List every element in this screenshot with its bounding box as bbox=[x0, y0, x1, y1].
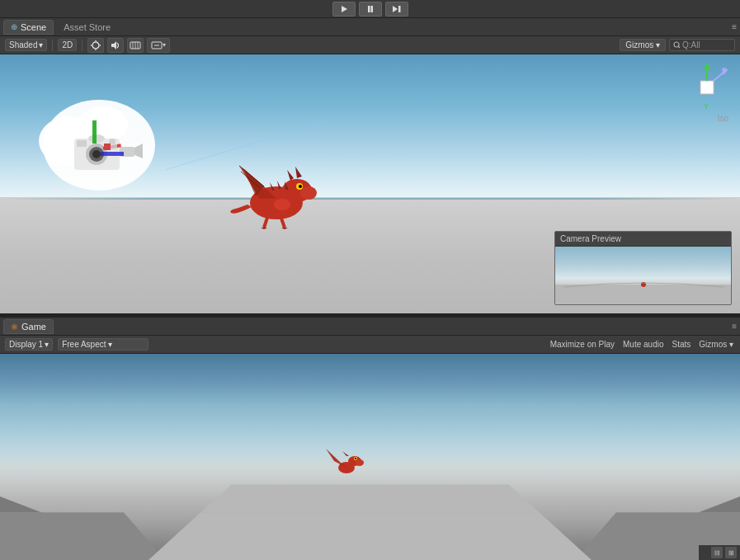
dragon-character bbox=[223, 153, 330, 236]
asset-store-tab-label: Asset Store bbox=[64, 22, 111, 32]
svg-line-18 bbox=[678, 46, 680, 48]
svg-marker-3 bbox=[393, 6, 398, 12]
game-panel: ◉ Game ≡ Display 1 ▾ Free Aspect ▾ Maxim… bbox=[0, 318, 740, 560]
gizmos-label: Gizmos bbox=[625, 40, 653, 49]
svg-marker-59 bbox=[704, 63, 710, 69]
svg-marker-77 bbox=[342, 451, 349, 456]
axes-gizmo: Y Z bbox=[682, 63, 732, 112]
camera-preview-title: Camera Preview bbox=[560, 234, 621, 243]
iso-text: Iso bbox=[718, 114, 728, 123]
scene-search[interactable]: Q:All bbox=[669, 39, 735, 51]
svg-marker-66 bbox=[0, 512, 165, 560]
main-container: ⊕ Scene Asset Store ≡ Shaded ▾ 2D bbox=[0, 18, 740, 560]
gizmos-arrow: ▾ bbox=[656, 40, 660, 49]
bottom-icon-2[interactable]: ⊞ bbox=[725, 547, 737, 558]
pause-button[interactable] bbox=[359, 2, 382, 16]
iso-label: Iso bbox=[718, 114, 728, 123]
game-toolbar-right: Maximize on Play Mute audio Stats Gizmos… bbox=[549, 339, 735, 350]
game-tab-label: Game bbox=[21, 322, 46, 332]
game-dragon bbox=[326, 445, 359, 478]
stats-button[interactable]: Stats bbox=[671, 339, 693, 350]
game-tab-icon: ◉ bbox=[11, 322, 18, 331]
bottom-icon-1[interactable]: ⊟ bbox=[711, 547, 723, 558]
scene-panel-menu-icon[interactable]: ≡ bbox=[732, 22, 737, 31]
scene-panel: ⊕ Scene Asset Store ≡ Shaded ▾ 2D bbox=[0, 18, 740, 315]
scene-tab[interactable]: ⊕ Scene bbox=[3, 20, 54, 35]
display-arrow: ▾ bbox=[45, 340, 49, 349]
svg-marker-43 bbox=[287, 170, 294, 181]
svg-rect-57 bbox=[700, 81, 714, 94]
aspect-select[interactable]: Free Aspect ▾ bbox=[58, 338, 148, 351]
search-label: Q:All bbox=[682, 40, 700, 49]
toolbar-sep-2 bbox=[82, 40, 82, 51]
svg-text:Z: Z bbox=[722, 66, 727, 74]
game-gizmos-arrow: ▾ bbox=[729, 340, 733, 349]
game-terrain bbox=[0, 354, 740, 560]
svg-rect-2 bbox=[370, 6, 373, 12]
camera-widget bbox=[25, 79, 153, 186]
scene-tab-label: Scene bbox=[21, 22, 46, 32]
asset-store-tab[interactable]: Asset Store bbox=[57, 21, 117, 34]
svg-marker-52 bbox=[281, 228, 288, 229]
hidden-toggle[interactable]: ▾ bbox=[147, 38, 170, 53]
shading-arrow: ▾ bbox=[39, 40, 43, 49]
svg-point-27 bbox=[92, 150, 101, 158]
camera-preview-viewport bbox=[555, 247, 731, 304]
scene-tab-icon: ⊕ bbox=[11, 22, 17, 31]
aspect-label: Free Aspect bbox=[62, 340, 106, 349]
svg-point-42 bbox=[299, 185, 302, 188]
audio-toggle[interactable] bbox=[107, 38, 124, 53]
game-viewport: ⊟ ⊞ bbox=[0, 354, 740, 560]
svg-point-5 bbox=[92, 42, 99, 49]
svg-marker-0 bbox=[342, 6, 347, 12]
shading-dropdown[interactable]: Shaded ▾ bbox=[5, 39, 47, 51]
scene-toolbar: Shaded ▾ 2D bbox=[0, 36, 740, 54]
game-toolbar: Display 1 ▾ Free Aspect ▾ Maximize on Pl… bbox=[0, 336, 740, 354]
svg-line-48 bbox=[241, 172, 260, 188]
svg-marker-10 bbox=[111, 41, 116, 49]
step-button[interactable] bbox=[385, 2, 408, 16]
top-toolbar bbox=[0, 0, 740, 18]
camera-preview-panel: Camera Preview bbox=[554, 231, 732, 305]
effects-toggle[interactable] bbox=[127, 38, 144, 53]
mode-2d-button[interactable]: 2D bbox=[58, 39, 77, 51]
svg-rect-36 bbox=[104, 144, 111, 150]
svg-rect-34 bbox=[101, 152, 124, 156]
game-tab[interactable]: ◉ Game bbox=[3, 319, 54, 334]
lighting-toggle[interactable] bbox=[87, 38, 104, 53]
maximize-button[interactable]: Maximize on Play bbox=[549, 339, 616, 350]
svg-point-40 bbox=[300, 186, 317, 200]
display-label: Display 1 bbox=[9, 340, 43, 349]
svg-point-53 bbox=[274, 199, 290, 210]
game-panel-menu-icon[interactable]: ≡ bbox=[732, 322, 737, 331]
bottom-status-bar: ⊟ ⊞ bbox=[699, 545, 740, 560]
scene-horizon bbox=[0, 198, 740, 200]
mute-button[interactable]: Mute audio bbox=[621, 339, 665, 350]
svg-rect-29 bbox=[77, 140, 87, 147]
svg-text:Y: Y bbox=[704, 102, 709, 111]
svg-point-79 bbox=[355, 458, 356, 459]
svg-rect-1 bbox=[368, 6, 370, 12]
play-button[interactable] bbox=[332, 2, 356, 16]
game-tab-bar: ◉ Game ≡ bbox=[0, 318, 740, 336]
aspect-arrow: ▾ bbox=[108, 340, 112, 349]
svg-rect-4 bbox=[398, 6, 401, 12]
toolbar-sep-1 bbox=[52, 40, 53, 51]
camera-preview-header: Camera Preview bbox=[555, 232, 731, 247]
svg-rect-71 bbox=[231, 485, 509, 560]
game-gizmos-button[interactable]: Gizmos ▾ bbox=[697, 339, 735, 350]
scene-tab-bar: ⊕ Scene Asset Store ≡ bbox=[0, 18, 740, 36]
svg-rect-33 bbox=[92, 120, 97, 144]
scene-viewport: Y Z Iso Camera Preview bbox=[0, 54, 740, 313]
svg-rect-37 bbox=[111, 144, 117, 150]
gizmos-button[interactable]: Gizmos ▾ bbox=[620, 39, 666, 51]
game-gizmos-label: Gizmos bbox=[699, 340, 727, 349]
svg-marker-44 bbox=[295, 167, 302, 178]
shading-label: Shaded bbox=[9, 40, 37, 49]
svg-marker-51 bbox=[261, 228, 267, 229]
svg-point-75 bbox=[356, 459, 364, 466]
mode-2d-label: 2D bbox=[62, 40, 73, 49]
display-select[interactable]: Display 1 ▾ bbox=[5, 338, 53, 351]
